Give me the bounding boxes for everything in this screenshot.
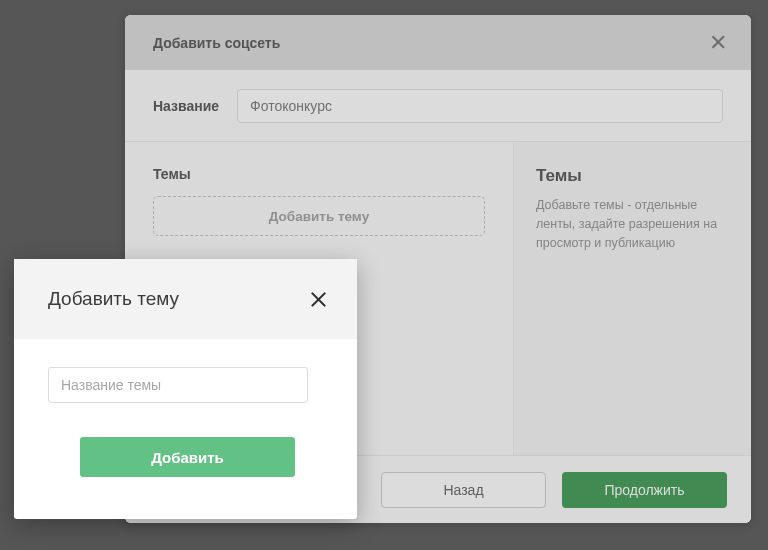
add-button[interactable]: Добавить: [80, 437, 295, 477]
help-panel: Темы Добавьте темы - отдельные ленты, за…: [514, 142, 751, 455]
add-topic-button[interactable]: Добавить тему: [153, 196, 485, 236]
add-topic-popup: Добавить тему Добавить: [14, 259, 357, 519]
name-field-row: Название: [125, 70, 751, 142]
name-label: Название: [153, 98, 219, 114]
help-text: Добавьте темы - отдельные ленты, задайте…: [536, 196, 729, 252]
continue-button[interactable]: Продолжить: [562, 472, 727, 508]
close-icon[interactable]: [308, 289, 329, 310]
popup-body: [14, 339, 357, 403]
help-title: Темы: [536, 166, 729, 186]
name-input[interactable]: [237, 89, 723, 123]
topic-name-input[interactable]: [48, 367, 308, 403]
popup-header: Добавить тему: [14, 259, 357, 339]
close-icon[interactable]: ✕: [709, 32, 727, 54]
popup-title: Добавить тему: [48, 288, 179, 310]
modal-title: Добавить соцсеть: [153, 35, 280, 51]
back-button[interactable]: Назад: [381, 472, 546, 508]
modal-header: Добавить соцсеть ✕: [125, 15, 751, 70]
topics-title: Темы: [153, 166, 485, 182]
popup-footer: Добавить: [14, 403, 357, 477]
